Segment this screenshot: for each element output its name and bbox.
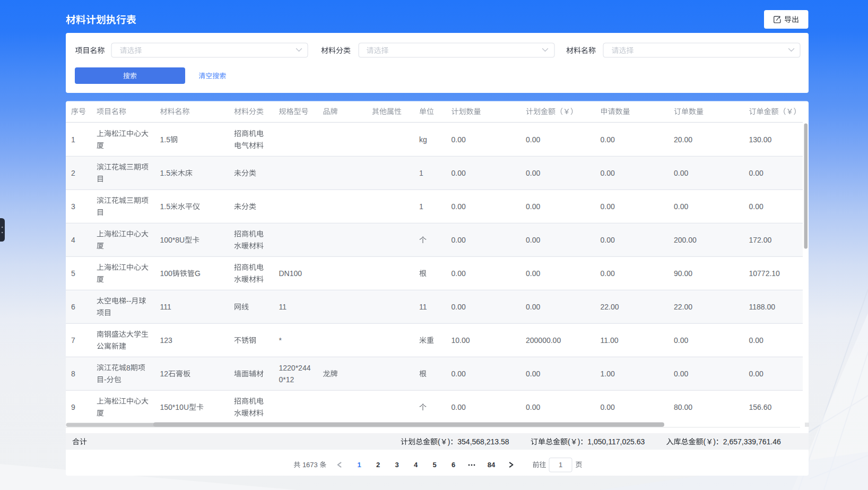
svg-text:1: 1 (71, 135, 75, 144)
svg-text:7: 7 (71, 336, 75, 345)
svg-text:0.00: 0.00 (452, 135, 466, 144)
svg-text:0.00: 0.00 (674, 202, 688, 211)
svg-text:1673: 1673 (302, 461, 318, 469)
svg-text:123: 123 (160, 336, 173, 345)
svg-text:0.00: 0.00 (749, 202, 763, 211)
svg-text:22.00: 22.00 (674, 303, 692, 311)
svg-text:200.00: 200.00 (674, 236, 697, 244)
svg-text:0*12: 0*12 (279, 375, 294, 384)
svg-text:--: -- (126, 297, 132, 305)
svg-text:(: ( (438, 437, 440, 446)
svg-text:1188.00: 1188.00 (749, 303, 776, 311)
svg-text:200000.00: 200000.00 (526, 336, 561, 345)
svg-text:1: 1 (419, 202, 423, 211)
svg-text:): ) (713, 437, 716, 446)
svg-text:1.5: 1.5 (160, 202, 171, 211)
svg-text:1.5: 1.5 (160, 169, 171, 177)
svg-text:1.5: 1.5 (160, 135, 171, 144)
svg-text:0.00: 0.00 (601, 269, 615, 278)
svg-text:0.00: 0.00 (526, 303, 540, 311)
svg-text:130.00: 130.00 (749, 135, 772, 144)
svg-text:10772.10: 10772.10 (749, 269, 780, 278)
svg-text:*: * (279, 336, 282, 345)
svg-text:G: G (195, 269, 201, 278)
svg-text:1.00: 1.00 (601, 369, 615, 378)
svg-text:3: 3 (395, 461, 398, 469)
svg-text:8: 8 (71, 369, 75, 378)
svg-text:): ) (448, 437, 450, 446)
svg-text:0.00: 0.00 (526, 403, 540, 411)
svg-text:4: 4 (71, 236, 75, 244)
svg-text:1: 1 (559, 461, 562, 469)
svg-text:0.00: 0.00 (601, 169, 615, 177)
svg-text:0.00: 0.00 (526, 135, 540, 144)
svg-text:20.00: 20.00 (674, 135, 692, 144)
svg-text:156.60: 156.60 (749, 403, 772, 411)
svg-text:5: 5 (432, 461, 436, 469)
svg-text:0.00: 0.00 (674, 169, 688, 177)
svg-text:100: 100 (160, 269, 173, 278)
svg-text:0.00: 0.00 (452, 269, 466, 278)
svg-text:0.00: 0.00 (526, 202, 540, 211)
svg-text:0.00: 0.00 (526, 236, 540, 244)
svg-text:10.00: 10.00 (452, 336, 470, 345)
svg-text:-: - (104, 375, 107, 384)
svg-text:0.00: 0.00 (526, 369, 540, 378)
svg-text:1,050,117,025.63: 1,050,117,025.63 (587, 437, 645, 446)
svg-text:0.00: 0.00 (452, 236, 466, 244)
svg-text:0.00: 0.00 (601, 403, 615, 411)
svg-text:11.00: 11.00 (601, 336, 619, 345)
svg-text:1: 1 (419, 169, 423, 177)
svg-text:): ) (578, 437, 580, 446)
svg-text:90.00: 90.00 (674, 269, 692, 278)
svg-text:0.00: 0.00 (452, 403, 466, 411)
svg-text:0.00: 0.00 (601, 202, 615, 211)
svg-text:80.00: 80.00 (674, 403, 692, 411)
svg-text:6: 6 (71, 303, 75, 311)
svg-text:11: 11 (279, 303, 287, 311)
svg-text:84: 84 (488, 461, 496, 469)
svg-text:(: ( (568, 437, 570, 446)
svg-text:0.00: 0.00 (749, 369, 763, 378)
svg-text:172.00: 172.00 (749, 236, 772, 244)
svg-text:0.00: 0.00 (749, 169, 763, 177)
svg-text:0.00: 0.00 (452, 169, 466, 177)
svg-text:8: 8 (126, 364, 131, 372)
svg-text:kg: kg (419, 135, 427, 144)
svg-text:2: 2 (71, 169, 75, 177)
svg-text:0.00: 0.00 (452, 202, 466, 211)
svg-text:5: 5 (71, 269, 75, 278)
svg-text:0.00: 0.00 (526, 269, 540, 278)
svg-text:0.00: 0.00 (601, 135, 615, 144)
svg-text:4: 4 (414, 461, 418, 469)
svg-text:150*10U: 150*10U (160, 403, 189, 411)
svg-text:111: 111 (160, 303, 171, 311)
svg-text:2,657,339,761.46: 2,657,339,761.46 (723, 437, 781, 446)
svg-text:22.00: 22.00 (601, 303, 619, 311)
svg-text:0.00: 0.00 (526, 169, 540, 177)
svg-text:1220*244: 1220*244 (279, 364, 311, 372)
svg-text:(: ( (704, 437, 706, 446)
svg-text:100*8U: 100*8U (160, 236, 185, 244)
svg-text:0.00: 0.00 (674, 336, 688, 345)
svg-text:0.00: 0.00 (452, 369, 466, 378)
svg-text:DN100: DN100 (279, 269, 302, 278)
svg-text:0.00: 0.00 (452, 303, 466, 311)
svg-text:354,568,213.58: 354,568,213.58 (457, 437, 509, 446)
svg-text:1: 1 (357, 461, 361, 469)
svg-text:11: 11 (419, 303, 427, 311)
svg-text:0.00: 0.00 (674, 369, 688, 378)
svg-text:3: 3 (71, 202, 75, 211)
svg-text:9: 9 (71, 403, 75, 411)
svg-text:0.00: 0.00 (749, 336, 763, 345)
svg-text:2: 2 (376, 461, 380, 469)
svg-text:12: 12 (160, 369, 169, 378)
svg-text:6: 6 (452, 461, 455, 469)
svg-text:0.00: 0.00 (601, 236, 615, 244)
